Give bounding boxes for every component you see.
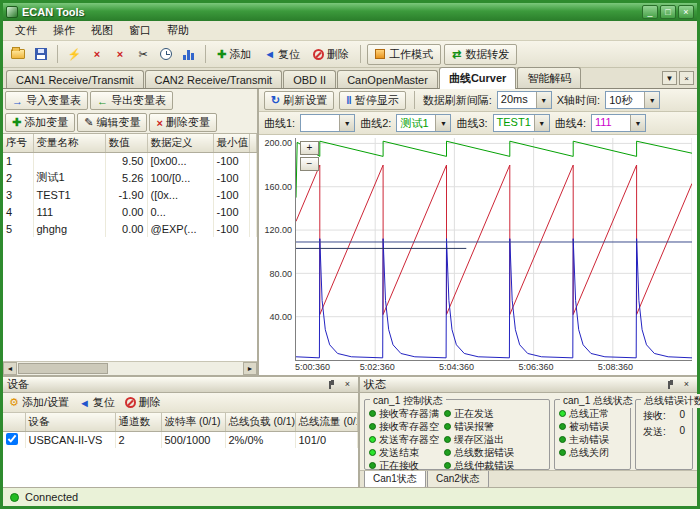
zoom-in-button[interactable]: + <box>300 141 319 155</box>
reset-button[interactable]: ◄ 复位 <box>259 45 305 64</box>
menu-file[interactable]: 文件 <box>7 21 45 40</box>
clear-button[interactable]: × <box>110 44 130 64</box>
stop-button[interactable]: × <box>87 44 107 64</box>
app-window: ECAN Tools _ □ × 文件 操作 视图 窗口 帮助 ⚡ × × ✂ … <box>0 0 700 509</box>
x-axis: 5:00:3605:02:3605:04:3605:06:3605:08:360 <box>295 361 692 374</box>
status-led-icon <box>559 436 566 443</box>
statistics-button[interactable] <box>179 44 199 64</box>
menu-window[interactable]: 窗口 <box>121 21 159 40</box>
scroll-right-icon[interactable]: ► <box>243 362 257 375</box>
column-header-name[interactable]: 变量名称 <box>33 134 105 152</box>
tab-obd2[interactable]: OBD II <box>283 70 336 88</box>
add-button[interactable]: ✚ 添加 <box>212 45 256 64</box>
work-mode-button[interactable]: 工作模式 <box>367 44 441 65</box>
panel-close-icon[interactable]: × <box>680 379 693 391</box>
data-forward-button[interactable]: ⇄ 数据转发 <box>444 44 517 65</box>
add-variable-button[interactable]: ✚ 添加变量 <box>5 113 75 132</box>
panel-close-icon[interactable]: × <box>341 379 354 391</box>
cell-no: 4 <box>3 203 33 220</box>
curve3-select[interactable]: TEST1 ▼ <box>493 114 550 132</box>
pause-display-button[interactable]: ‖ 暂停显示 <box>339 91 405 110</box>
status-item-label: 总线仲裁错误 <box>454 459 514 472</box>
variable-row[interactable]: 1 9.50 [0x00... -100 <box>3 152 257 169</box>
app-icon <box>6 6 18 18</box>
column-header-channels[interactable]: 通道数 <box>115 413 161 431</box>
device-enabled-checkbox[interactable] <box>6 433 18 445</box>
zoom-out-button[interactable]: − <box>300 157 319 171</box>
cell-baud: 500/1000 <box>161 431 225 448</box>
edit-variable-button[interactable]: ✎ 编辑变量 <box>77 113 147 132</box>
tab-list-button[interactable]: ▼ <box>662 71 677 85</box>
scroll-left-icon[interactable]: ◄ <box>3 362 17 375</box>
column-header-load[interactable]: 总线负载 (0/1) <box>225 413 295 431</box>
menu-view[interactable]: 视图 <box>83 21 121 40</box>
timer-button[interactable] <box>156 44 176 64</box>
curve2-select[interactable]: 测试1 ▼ <box>396 114 451 132</box>
curve1-select[interactable]: ▼ <box>300 114 355 132</box>
interval-select[interactable]: 20ms ▼ <box>497 91 552 109</box>
cell-value: 0.00 <box>105 220 147 237</box>
maximize-button[interactable]: □ <box>660 5 676 19</box>
save-file-button[interactable] <box>31 44 51 64</box>
chevron-down-icon[interactable]: ▼ <box>644 92 659 108</box>
pin-icon[interactable] <box>329 381 331 389</box>
pin-icon[interactable] <box>668 381 670 389</box>
import-variables-button[interactable]: → 导入变量表 <box>5 91 88 110</box>
delete-button[interactable]: 删除 <box>308 45 354 64</box>
cut-button[interactable]: ✂ <box>133 44 153 64</box>
tab-can2[interactable]: CAN2 Receive/Transmit <box>145 70 283 88</box>
column-header-min[interactable]: 最小值 <box>213 134 249 152</box>
plot-area[interactable]: + − <box>295 138 692 361</box>
import-variables-label: 导入变量表 <box>26 93 81 108</box>
tab-close-button[interactable]: × <box>679 71 694 85</box>
column-header-value[interactable]: 数值 <box>105 134 147 152</box>
chevron-down-icon[interactable]: ▼ <box>630 115 645 131</box>
forward-arrows-icon: ⇄ <box>452 48 461 61</box>
bottom-dock: 设备 × ⚙ 添加/设置 ◄ 复位 删除 <box>3 375 697 487</box>
connect-button[interactable]: ⚡ <box>64 44 84 64</box>
curve1-value <box>301 115 339 131</box>
column-header-definition[interactable]: 数据定义 <box>147 134 213 152</box>
tab-curve[interactable]: 曲线Curver <box>439 67 516 89</box>
refresh-settings-button[interactable]: ↻ 刷新设置 <box>264 91 334 110</box>
variable-row[interactable]: 2 测试1 5.26 100/[0... -100 <box>3 169 257 186</box>
chevron-down-icon[interactable]: ▼ <box>339 115 354 131</box>
chevron-down-icon[interactable]: ▼ <box>536 92 551 108</box>
variable-row[interactable]: 5 ghghg 0.00 @EXP(... -100 <box>3 220 257 237</box>
x-axis-tick-label: 5:08:360 <box>598 362 633 372</box>
curve4-select[interactable]: 111 ▼ <box>591 114 646 132</box>
tab-can1[interactable]: CAN1 Receive/Transmit <box>6 70 144 88</box>
chevron-down-icon[interactable]: ▼ <box>534 115 549 131</box>
menu-operate[interactable]: 操作 <box>45 21 83 40</box>
clock-icon <box>160 48 172 60</box>
status-item: 缓存区溢出 <box>444 433 514 446</box>
chevron-down-icon[interactable]: ▼ <box>435 115 450 131</box>
pencil-icon: ✎ <box>84 116 93 129</box>
xaxis-time-select[interactable]: 10秒 ▼ <box>605 91 660 109</box>
tab-canopen[interactable]: CanOpenMaster <box>337 70 438 88</box>
close-button[interactable]: × <box>678 5 694 19</box>
device-reset-button[interactable]: ◄ 复位 <box>79 395 115 410</box>
column-header-baud[interactable]: 波特率 (0/1) <box>161 413 225 431</box>
column-header-traffic[interactable]: 总线流量 (0/1) <box>295 413 358 431</box>
variable-row[interactable]: 3 TEST1 -1.90 ([0x... -100 <box>3 186 257 203</box>
horizontal-scrollbar[interactable]: ◄ ► <box>3 361 257 375</box>
variable-row[interactable]: 4 111 0.00 0... -100 <box>3 203 257 220</box>
open-file-button[interactable] <box>8 44 28 64</box>
cell-definition: 100/[0... <box>147 169 213 186</box>
y-axis-tick-label: 200.00 <box>264 138 292 148</box>
menu-help[interactable]: 帮助 <box>159 21 197 40</box>
minimize-button[interactable]: _ <box>642 5 658 19</box>
export-variables-button[interactable]: ← 导出变量表 <box>90 91 173 110</box>
column-header-no[interactable]: 序号 <box>3 134 33 152</box>
delete-variable-button[interactable]: × 删除变量 <box>149 113 216 132</box>
column-header-device[interactable]: 设备 <box>25 413 115 431</box>
device-add-settings-button[interactable]: ⚙ 添加/设置 <box>9 395 69 410</box>
device-delete-button[interactable]: 删除 <box>125 395 161 410</box>
status-item-label: 总线正常 <box>569 407 609 420</box>
curve-plot-svg <box>296 138 692 360</box>
tab-decode[interactable]: 智能解码 <box>517 67 581 88</box>
x-axis-tick-label: 5:02:360 <box>360 362 395 372</box>
device-row[interactable]: USBCAN-II-VS 2 500/1000 2%/0% 101/0 <box>3 431 358 448</box>
scrollbar-thumb[interactable] <box>18 363 108 374</box>
